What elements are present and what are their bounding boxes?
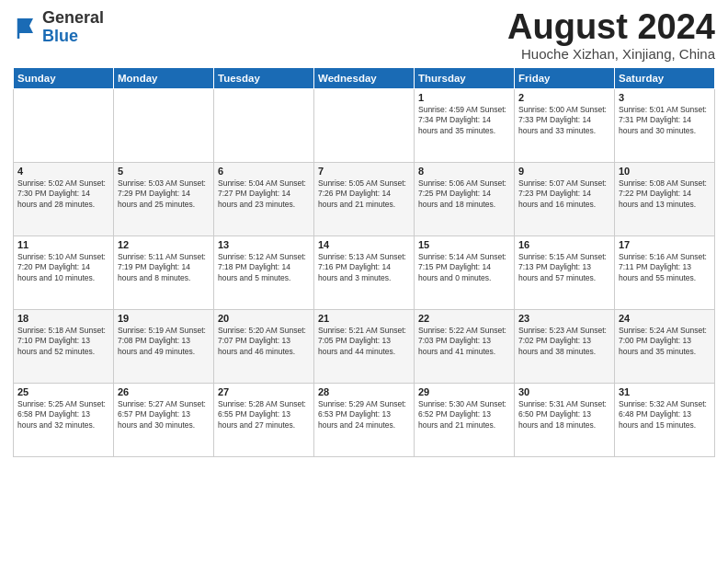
day-info: Sunrise: 5:18 AM Sunset: 7:10 PM Dayligh… — [17, 326, 109, 357]
day-number: 11 — [17, 239, 109, 250]
day-number: 15 — [418, 239, 510, 250]
day-number: 8 — [418, 166, 510, 177]
calendar-cell: 8Sunrise: 5:06 AM Sunset: 7:25 PM Daylig… — [415, 163, 515, 236]
day-info: Sunrise: 4:59 AM Sunset: 7:34 PM Dayligh… — [418, 105, 510, 136]
day-info: Sunrise: 5:19 AM Sunset: 7:08 PM Dayligh… — [118, 326, 210, 357]
calendar-cell: 14Sunrise: 5:13 AM Sunset: 7:16 PM Dayli… — [314, 236, 415, 310]
day-info: Sunrise: 5:02 AM Sunset: 7:30 PM Dayligh… — [17, 178, 109, 210]
calendar-cell: 5Sunrise: 5:03 AM Sunset: 7:29 PM Daylig… — [114, 163, 214, 236]
day-info: Sunrise: 5:31 AM Sunset: 6:50 PM Dayligh… — [518, 399, 610, 431]
logo-icon — [13, 15, 39, 40]
day-info: Sunrise: 5:14 AM Sunset: 7:15 PM Dayligh… — [418, 252, 510, 283]
title-block: August 2024 Huoche Xizhan, Xinjiang, Chi… — [507, 9, 715, 62]
day-number: 17 — [619, 239, 711, 250]
col-monday: Monday — [114, 68, 214, 89]
calendar-cell — [114, 89, 214, 163]
day-info: Sunrise: 5:21 AM Sunset: 7:05 PM Dayligh… — [318, 326, 410, 357]
day-number: 5 — [118, 166, 210, 177]
calendar-table: Sunday Monday Tuesday Wednesday Thursday… — [13, 67, 715, 457]
calendar-cell: 9Sunrise: 5:07 AM Sunset: 7:23 PM Daylig… — [515, 163, 615, 236]
logo-text: General Blue — [42, 9, 104, 46]
calendar-cell: 22Sunrise: 5:22 AM Sunset: 7:03 PM Dayli… — [415, 310, 515, 384]
calendar-cell: 10Sunrise: 5:08 AM Sunset: 7:22 PM Dayli… — [615, 163, 715, 236]
logo-blue-text: Blue — [42, 27, 78, 45]
calendar-cell: 24Sunrise: 5:24 AM Sunset: 7:00 PM Dayli… — [615, 310, 715, 384]
col-thursday: Thursday — [415, 68, 515, 89]
calendar-week-2: 4Sunrise: 5:02 AM Sunset: 7:30 PM Daylig… — [14, 163, 715, 236]
day-info: Sunrise: 5:27 AM Sunset: 6:57 PM Dayligh… — [118, 399, 210, 431]
logo-general-text: General — [42, 8, 104, 27]
day-info: Sunrise: 5:00 AM Sunset: 7:33 PM Dayligh… — [518, 105, 610, 136]
calendar-week-3: 11Sunrise: 5:10 AM Sunset: 7:20 PM Dayli… — [14, 236, 715, 310]
svg-marker-1 — [18, 18, 33, 33]
day-info: Sunrise: 5:32 AM Sunset: 6:48 PM Dayligh… — [619, 399, 711, 431]
calendar-cell: 17Sunrise: 5:16 AM Sunset: 7:11 PM Dayli… — [615, 236, 715, 310]
calendar-cell: 26Sunrise: 5:27 AM Sunset: 6:57 PM Dayli… — [114, 384, 214, 457]
day-info: Sunrise: 5:28 AM Sunset: 6:55 PM Dayligh… — [218, 399, 310, 431]
calendar-cell — [214, 89, 314, 163]
day-info: Sunrise: 5:10 AM Sunset: 7:20 PM Dayligh… — [17, 252, 109, 283]
calendar-page: General Blue August 2024 Huoche Xizhan, … — [0, 0, 728, 563]
day-info: Sunrise: 5:24 AM Sunset: 7:00 PM Dayligh… — [619, 326, 711, 357]
calendar-cell — [14, 89, 114, 163]
day-number: 24 — [619, 313, 711, 324]
day-info: Sunrise: 5:12 AM Sunset: 7:18 PM Dayligh… — [218, 252, 310, 283]
calendar-cell: 4Sunrise: 5:02 AM Sunset: 7:30 PM Daylig… — [14, 163, 114, 236]
day-number: 14 — [318, 239, 410, 250]
day-number: 19 — [118, 313, 210, 324]
calendar-cell: 21Sunrise: 5:21 AM Sunset: 7:05 PM Dayli… — [314, 310, 415, 384]
calendar-week-4: 18Sunrise: 5:18 AM Sunset: 7:10 PM Dayli… — [14, 310, 715, 384]
calendar-cell: 11Sunrise: 5:10 AM Sunset: 7:20 PM Dayli… — [14, 236, 114, 310]
calendar-week-5: 25Sunrise: 5:25 AM Sunset: 6:58 PM Dayli… — [14, 384, 715, 457]
day-number: 6 — [218, 166, 310, 177]
day-info: Sunrise: 5:05 AM Sunset: 7:26 PM Dayligh… — [318, 178, 410, 210]
logo: General Blue — [13, 9, 104, 46]
day-info: Sunrise: 5:30 AM Sunset: 6:52 PM Dayligh… — [418, 399, 510, 431]
calendar-header: Sunday Monday Tuesday Wednesday Thursday… — [14, 68, 715, 89]
day-number: 28 — [318, 386, 410, 397]
day-info: Sunrise: 5:07 AM Sunset: 7:23 PM Dayligh… — [518, 178, 610, 210]
day-info: Sunrise: 5:23 AM Sunset: 7:02 PM Dayligh… — [518, 326, 610, 357]
day-info: Sunrise: 5:03 AM Sunset: 7:29 PM Dayligh… — [118, 178, 210, 210]
day-number: 31 — [619, 386, 711, 397]
calendar-cell: 13Sunrise: 5:12 AM Sunset: 7:18 PM Dayli… — [214, 236, 314, 310]
day-info: Sunrise: 5:04 AM Sunset: 7:27 PM Dayligh… — [218, 178, 310, 210]
day-number: 18 — [17, 313, 109, 324]
page-header: General Blue August 2024 Huoche Xizhan, … — [13, 9, 715, 62]
calendar-cell: 27Sunrise: 5:28 AM Sunset: 6:55 PM Dayli… — [214, 384, 314, 457]
calendar-cell: 31Sunrise: 5:32 AM Sunset: 6:48 PM Dayli… — [615, 384, 715, 457]
col-sunday: Sunday — [14, 68, 114, 89]
day-number: 10 — [619, 166, 711, 177]
day-number: 3 — [619, 92, 711, 103]
day-number: 27 — [218, 386, 310, 397]
calendar-body: 1Sunrise: 4:59 AM Sunset: 7:34 PM Daylig… — [14, 89, 715, 457]
col-saturday: Saturday — [615, 68, 715, 89]
calendar-cell: 29Sunrise: 5:30 AM Sunset: 6:52 PM Dayli… — [415, 384, 515, 457]
day-number: 9 — [518, 166, 610, 177]
day-number: 25 — [17, 386, 109, 397]
calendar-cell: 12Sunrise: 5:11 AM Sunset: 7:19 PM Dayli… — [114, 236, 214, 310]
day-number: 16 — [518, 239, 610, 250]
weekday-header-row: Sunday Monday Tuesday Wednesday Thursday… — [14, 68, 715, 89]
calendar-cell: 16Sunrise: 5:15 AM Sunset: 7:13 PM Dayli… — [515, 236, 615, 310]
calendar-cell: 1Sunrise: 4:59 AM Sunset: 7:34 PM Daylig… — [415, 89, 515, 163]
day-info: Sunrise: 5:01 AM Sunset: 7:31 PM Dayligh… — [619, 105, 711, 136]
calendar-cell: 20Sunrise: 5:20 AM Sunset: 7:07 PM Dayli… — [214, 310, 314, 384]
calendar-cell: 28Sunrise: 5:29 AM Sunset: 6:53 PM Dayli… — [314, 384, 415, 457]
day-number: 30 — [518, 386, 610, 397]
day-number: 23 — [518, 313, 610, 324]
calendar-cell: 3Sunrise: 5:01 AM Sunset: 7:31 PM Daylig… — [615, 89, 715, 163]
calendar-cell: 7Sunrise: 5:05 AM Sunset: 7:26 PM Daylig… — [314, 163, 415, 236]
calendar-cell — [314, 89, 415, 163]
col-friday: Friday — [515, 68, 615, 89]
calendar-cell: 23Sunrise: 5:23 AM Sunset: 7:02 PM Dayli… — [515, 310, 615, 384]
day-info: Sunrise: 5:22 AM Sunset: 7:03 PM Dayligh… — [418, 326, 510, 357]
day-number: 22 — [418, 313, 510, 324]
day-info: Sunrise: 5:15 AM Sunset: 7:13 PM Dayligh… — [518, 252, 610, 283]
location-text: Huoche Xizhan, Xinjiang, China — [507, 46, 715, 62]
day-number: 12 — [118, 239, 210, 250]
month-title: August 2024 — [507, 9, 715, 44]
calendar-cell: 30Sunrise: 5:31 AM Sunset: 6:50 PM Dayli… — [515, 384, 615, 457]
day-info: Sunrise: 5:13 AM Sunset: 7:16 PM Dayligh… — [318, 252, 410, 283]
day-number: 4 — [17, 166, 109, 177]
